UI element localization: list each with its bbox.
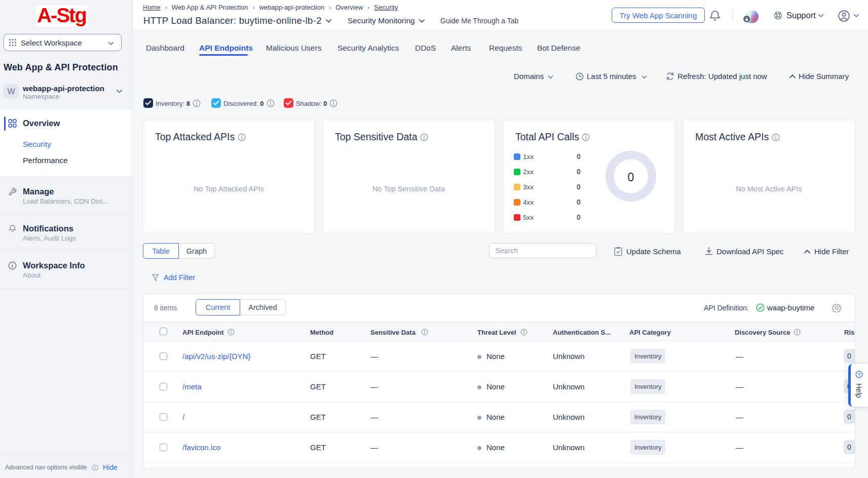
svg-text:?: ? bbox=[858, 372, 860, 377]
